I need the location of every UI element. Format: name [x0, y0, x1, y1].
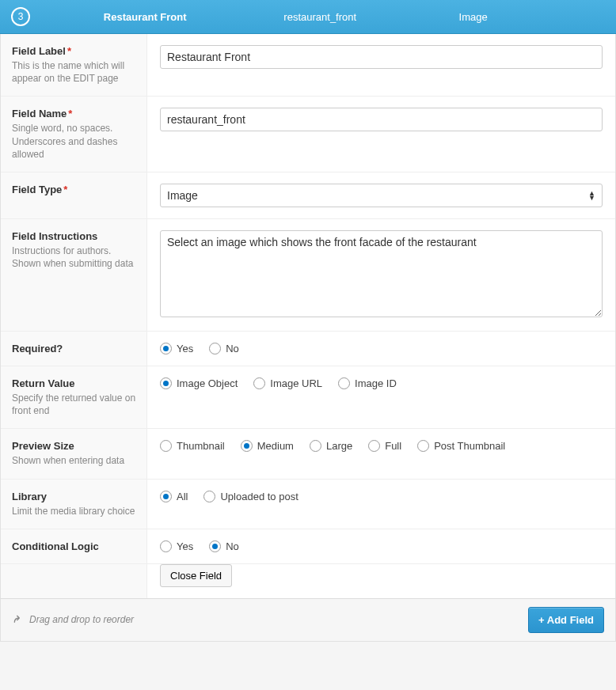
field-name-title: Field Name*: [12, 108, 137, 119]
instructions-desc: Instructions for authors. Shown when sub…: [12, 245, 137, 270]
add-field-button[interactable]: + Add Field: [528, 607, 604, 633]
instructions-textarea[interactable]: Select an image which shows the front fa…: [160, 230, 603, 317]
library-title: Library: [12, 491, 137, 502]
field-type-select[interactable]: Image ▲▼: [160, 184, 603, 207]
return-object-radio[interactable]: Image Object: [160, 377, 238, 389]
field-label-desc: This is the name which will appear on th…: [12, 59, 137, 85]
required-no-radio[interactable]: No: [209, 343, 239, 354]
preview-large-radio[interactable]: Large: [310, 440, 352, 452]
library-desc: Limit the media library choice: [12, 505, 137, 518]
required-marker: *: [68, 108, 72, 119]
conditional-title: Conditional Logic: [12, 540, 137, 552]
conditional-no-radio[interactable]: No: [209, 540, 239, 552]
preview-medium-radio[interactable]: Medium: [241, 440, 294, 452]
header-field-type: Image: [459, 11, 605, 23]
field-type-title: Field Type*: [12, 184, 137, 195]
instructions-title: Field Instructions: [12, 230, 137, 242]
field-label-title: Field Label*: [12, 45, 137, 57]
conditional-yes-radio[interactable]: Yes: [160, 540, 193, 552]
field-header-bar: 3 Restaurant Front restaurant_front Imag…: [0, 0, 616, 34]
header-field-name: restaurant_front: [283, 11, 458, 23]
preview-size-desc: Shown when entering data: [12, 454, 137, 467]
preview-thumbnail-radio[interactable]: Thumbnail: [160, 440, 225, 452]
header-field-title: Restaurant Front: [6, 11, 283, 23]
library-all-radio[interactable]: All: [160, 491, 188, 502]
return-url-radio[interactable]: Image URL: [253, 377, 322, 389]
library-uploaded-radio[interactable]: Uploaded to post: [203, 491, 298, 502]
required-yes-radio[interactable]: Yes: [160, 343, 193, 354]
field-label-input[interactable]: [160, 45, 603, 69]
reorder-hint: Drag and drop to reorder: [12, 613, 134, 626]
preview-full-radio[interactable]: Full: [368, 440, 401, 452]
return-id-radio[interactable]: Image ID: [338, 377, 397, 389]
required-marker: *: [67, 45, 71, 57]
field-name-input[interactable]: [160, 108, 603, 131]
required-title: Required?: [12, 343, 137, 354]
preview-post-thumbnail-radio[interactable]: Post Thumbnail: [417, 440, 505, 452]
arrow-up-curve-icon: [12, 613, 25, 626]
required-marker: *: [63, 184, 67, 195]
chevron-updown-icon: ▲▼: [588, 191, 595, 200]
return-value-desc: Specify the returned value on front end: [12, 392, 137, 417]
close-field-button[interactable]: Close Field: [160, 564, 232, 587]
field-name-desc: Single word, no spaces. Underscores and …: [12, 122, 137, 161]
return-value-title: Return Value: [12, 377, 137, 389]
preview-size-title: Preview Size: [12, 440, 137, 452]
